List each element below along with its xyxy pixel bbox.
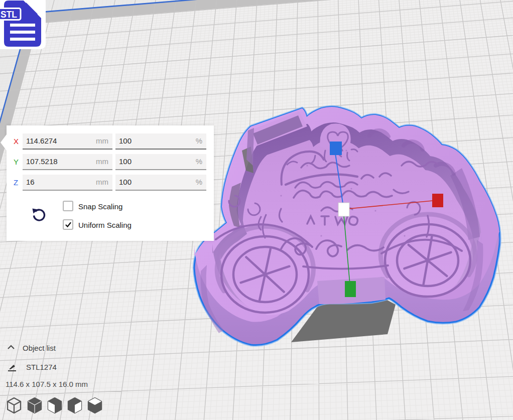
svg-text:STL: STL bbox=[1, 10, 17, 20]
